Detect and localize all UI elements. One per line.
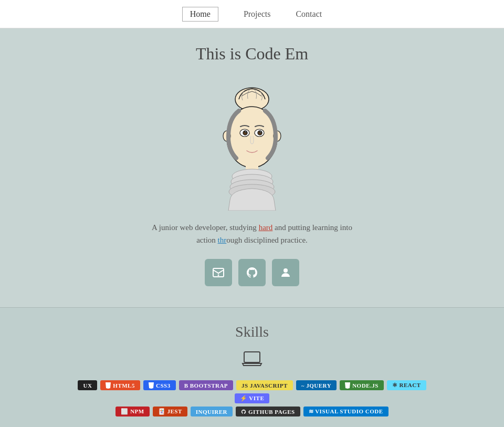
badge-ux: UX bbox=[78, 380, 97, 390]
badge-bootstrap: B BOOTSTRAP bbox=[179, 380, 233, 390]
avatar bbox=[200, 74, 304, 211]
badge-inquirer: INQUIRER bbox=[191, 407, 233, 416]
badge-javascript: JS JAVASCRIPT bbox=[236, 380, 293, 390]
svg-point-8 bbox=[245, 131, 247, 133]
badges-row-2: ⬜ NPM 🃏 JEST INQUIRER GITHUB PAGES ≋ VIS… bbox=[116, 407, 388, 416]
badge-github-pages: GITHUB PAGES bbox=[236, 407, 300, 416]
svg-rect-18 bbox=[244, 352, 260, 362]
highlight-hard: hard bbox=[259, 223, 273, 232]
skills-title: Skills bbox=[235, 324, 269, 340]
svg-marker-19 bbox=[106, 382, 111, 389]
badge-jest: 🃏 JEST bbox=[153, 407, 187, 416]
svg-marker-20 bbox=[149, 382, 154, 389]
svg-point-9 bbox=[260, 131, 261, 133]
hero-title: This is Code Em bbox=[196, 44, 308, 64]
badge-html5: HTML5 bbox=[100, 380, 140, 390]
badges-row-1: UX HTML5 CSS3 B BOOTSTRAP JS JAVASCRIPT … bbox=[68, 380, 436, 403]
badge-jquery: ~ JQUERY bbox=[296, 380, 337, 390]
badge-react: ⚛ REACT bbox=[387, 380, 426, 390]
profile-button[interactable] bbox=[272, 259, 299, 286]
highlight-thr: thr bbox=[218, 236, 227, 244]
badge-nodejs: NODE.JS bbox=[340, 380, 384, 390]
hero-section: This is Code Em bbox=[0, 28, 504, 308]
hero-icon-buttons bbox=[205, 259, 299, 286]
nav-contact[interactable]: Contact bbox=[296, 9, 322, 19]
svg-marker-21 bbox=[345, 382, 350, 389]
navigation: Home Projects Contact bbox=[0, 0, 504, 28]
email-button[interactable] bbox=[205, 259, 232, 286]
nav-home[interactable]: Home bbox=[182, 7, 218, 22]
skills-section: Skills UX HTML5 CSS3 B BOOTSTRAP JS JAVA… bbox=[0, 308, 504, 427]
github-button[interactable] bbox=[238, 259, 266, 286]
svg-point-17 bbox=[284, 268, 288, 273]
nav-projects[interactable]: Projects bbox=[244, 9, 271, 19]
badge-css3: CSS3 bbox=[143, 380, 176, 390]
hero-description: A junior web developer, studying hard an… bbox=[147, 221, 357, 246]
badge-vite: ⚡ VITE bbox=[235, 393, 269, 403]
badge-npm: ⬜ NPM bbox=[116, 407, 149, 416]
badge-vscode: ≋ VISUAL STUDIO CODE bbox=[303, 407, 388, 416]
laptop-icon bbox=[242, 351, 262, 372]
svg-point-16 bbox=[218, 275, 219, 276]
